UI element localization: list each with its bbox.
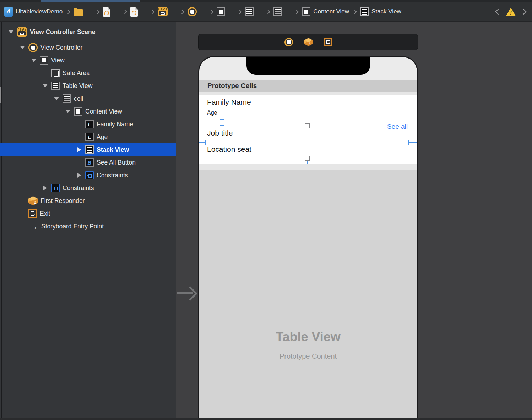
breadcrumb-table-cell[interactable]: … — [273, 7, 291, 16]
breadcrumb-project[interactable]: UltableviewDemo — [4, 7, 63, 17]
outline-row-cell[interactable]: cell — [0, 92, 176, 105]
warning-icon[interactable] — [506, 7, 516, 16]
breadcrumb-storyboard-file[interactable]: … — [103, 7, 119, 17]
breadcrumb-label: … — [141, 8, 147, 15]
outline-row-safe-area[interactable]: Safe Area — [0, 67, 176, 79]
left-edge-handle[interactable] — [198, 140, 206, 145]
outline-label: Stack View — [97, 146, 129, 154]
outline-row-view-controller-scene[interactable]: View Controller Scene — [0, 26, 176, 38]
label-icon — [85, 120, 94, 128]
table-view-icon — [245, 7, 254, 16]
outline-row-content-view[interactable]: Content View — [0, 105, 176, 118]
outline-row-see-all-button[interactable]: See All Button — [0, 156, 176, 169]
disclosure-triangle-icon[interactable] — [31, 57, 37, 63]
folder-icon — [74, 9, 83, 16]
outline-label: View — [51, 57, 65, 64]
right-edge-handle[interactable] — [408, 140, 418, 145]
stack-view-icon — [85, 145, 94, 154]
see-all-button[interactable]: See all — [387, 123, 408, 131]
disclosure-triangle-icon[interactable] — [53, 95, 60, 102]
breadcrumb-view[interactable]: … — [217, 7, 234, 16]
storyboard-file-icon — [103, 7, 110, 17]
view-icon — [74, 107, 82, 116]
breadcrumb-label: Stack View — [371, 8, 401, 15]
chevron-separator-icon — [294, 10, 299, 14]
forward-chevron-icon[interactable] — [521, 9, 527, 15]
button-icon — [85, 158, 94, 167]
breadcrumb-stack-view[interactable]: Stack View — [360, 7, 401, 16]
breadcrumb-label: UltableviewDemo — [16, 8, 63, 15]
outline-row-view[interactable]: View — [0, 54, 176, 67]
outline-row-exit[interactable]: Exit — [0, 207, 176, 220]
breadcrumb-view-controller[interactable]: … — [188, 7, 206, 16]
disclosure-triangle-icon[interactable] — [65, 108, 71, 115]
view-controller-icon[interactable] — [284, 38, 293, 46]
storyboard-canvas[interactable]: Prototype Cells Family Name Age Job titl… — [177, 22, 532, 420]
table-view-placeholder-subtitle: Prototype Content — [199, 352, 417, 360]
age-label[interactable]: Age — [207, 110, 217, 116]
prototype-cells-label: Prototype Cells — [207, 80, 257, 92]
constraints-icon — [51, 184, 60, 192]
back-chevron-icon[interactable] — [495, 9, 501, 15]
outline-label: Content View — [85, 108, 122, 115]
breadcrumb-label: … — [113, 8, 119, 15]
disclosure-triangle-icon[interactable] — [76, 172, 82, 178]
breadcrumb-content-view[interactable]: Content View — [302, 7, 349, 16]
outline-label: Storyboard Entry Point — [41, 223, 104, 230]
table-view-placeholder-title: Table View — [199, 330, 417, 344]
outline-row-stack-view[interactable]: Stack View — [0, 143, 176, 156]
outline-row-constraints-inner[interactable]: Constraints — [0, 169, 176, 182]
prototype-cell[interactable]: Family Name Age Job title Location seat … — [199, 95, 417, 164]
job-title-label[interactable]: Job title — [207, 129, 233, 137]
outline-label: Safe Area — [63, 70, 90, 77]
breadcrumb-label: … — [285, 8, 291, 15]
xcode-project-icon — [4, 7, 13, 17]
outline-label: First Responder — [40, 197, 85, 205]
breadcrumb-label: Content View — [313, 8, 349, 15]
scene-dock — [198, 34, 418, 50]
label-icon — [85, 133, 94, 141]
disclosure-triangle-icon[interactable] — [8, 29, 14, 35]
selection-knob-bottom[interactable] — [305, 156, 310, 161]
stack-view-icon — [360, 7, 369, 16]
view-controller-preview[interactable]: Prototype Cells Family Name Age Job titl… — [198, 56, 418, 420]
outline-row-table-view[interactable]: Table View — [0, 79, 176, 92]
location-seat-label[interactable]: Location seat — [207, 145, 251, 154]
disclosure-triangle-icon[interactable] — [42, 83, 48, 89]
breadcrumb-table-view[interactable]: … — [245, 7, 262, 16]
outline-label: Constraints — [63, 184, 94, 192]
chevron-separator-icon — [180, 10, 184, 14]
exit-icon[interactable] — [324, 38, 332, 46]
chevron-separator-icon — [209, 10, 213, 14]
chevron-separator-icon — [237, 10, 242, 14]
document-outline: View Controller Scene View Controller Vi… — [0, 22, 176, 420]
vertical-spacing-handle[interactable] — [220, 119, 224, 126]
family-name-label[interactable]: Family Name — [207, 98, 251, 106]
disclosure-triangle-icon[interactable] — [42, 185, 48, 191]
outline-row-age[interactable]: Age — [0, 131, 176, 143]
disclosure-triangle-icon[interactable] — [76, 147, 82, 153]
view-controller-icon — [28, 43, 38, 52]
chevron-separator-icon — [66, 10, 70, 14]
breadcrumb-folder[interactable]: … — [74, 8, 92, 16]
notch — [246, 57, 370, 75]
breadcrumb-scene[interactable]: … — [158, 7, 177, 16]
breadcrumb-label: … — [228, 8, 234, 15]
selection-knob-top[interactable] — [305, 123, 310, 128]
table-cell-icon — [63, 94, 71, 103]
outline-row-family-name[interactable]: Family Name — [0, 118, 176, 131]
breadcrumb-storyboard-file[interactable]: … — [130, 7, 147, 17]
outline-label: Exit — [40, 210, 50, 217]
scene-icon — [17, 27, 27, 37]
outline-label: Table View — [63, 82, 92, 90]
scene-icon — [158, 7, 168, 16]
view-icon — [217, 7, 225, 16]
outline-row-constraints-outer[interactable]: Constraints — [0, 182, 176, 194]
outline-label: View Controller Scene — [30, 28, 95, 36]
outline-row-first-responder[interactable]: First Responder — [0, 194, 176, 207]
outline-row-view-controller[interactable]: View Controller — [0, 41, 176, 54]
outline-row-storyboard-entry-point[interactable]: Storyboard Entry Point — [0, 220, 176, 233]
storyboard-entry-arrow-icon[interactable] — [177, 285, 198, 302]
disclosure-triangle-icon[interactable] — [19, 44, 26, 51]
first-responder-icon[interactable] — [304, 38, 313, 46]
